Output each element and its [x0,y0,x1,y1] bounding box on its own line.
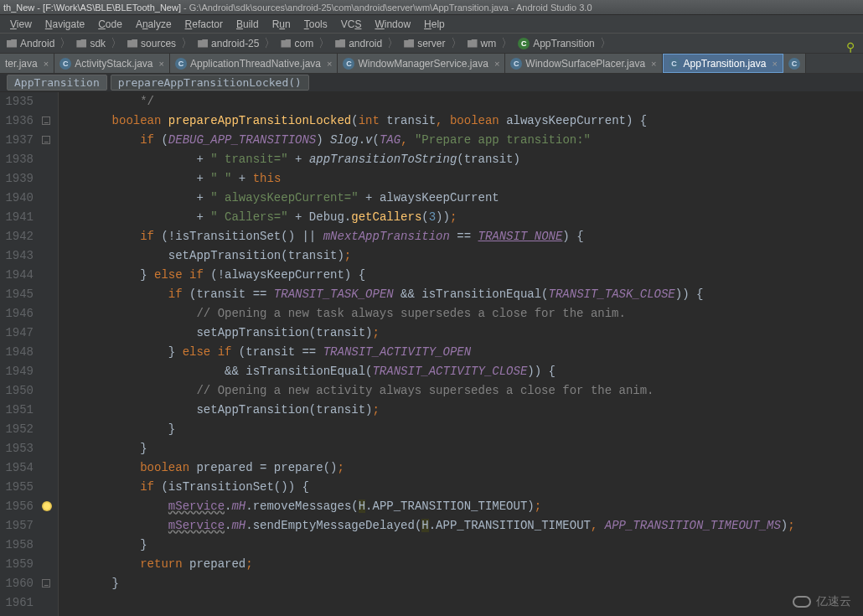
code-line[interactable]: if (!isTransitionSet() || mNextAppTransi… [84,227,863,246]
tab-label: AppTransition.java [684,58,767,70]
menu-run[interactable]: Run [266,17,297,32]
chevron-right-icon: 〉 [179,36,194,51]
tab-windowsurfaceplacer-java[interactable]: CWindowSurfacePlacer.java× [505,54,662,73]
code-line[interactable] [84,593,863,613]
breadcrumb-android-25[interactable]: android-25 [194,38,262,49]
title-path: - G:\Android\sdk\sources\android-25\com\… [181,3,592,13]
code-line[interactable]: + " alwaysKeepCurrent=" + alwaysKeepCurr… [84,189,863,208]
cloud-icon [793,596,811,608]
crumb-class[interactable]: AppTransition [7,75,107,91]
java-file-icon: C [788,58,800,70]
tab-apptransition-java[interactable]: CAppTransition.java× [663,54,783,73]
folder-icon [127,39,137,48]
code-line[interactable]: */ [84,92,863,111]
code-line[interactable]: } else if (transit == TRANSIT_ACTIVITY_O… [84,343,863,362]
code-line[interactable]: setAppTransition(transit); [84,246,863,266]
menu-build[interactable]: Build [230,17,266,32]
crumb-method[interactable]: prepareAppTransitionLocked() [111,75,309,91]
breadcrumb-apptransition[interactable]: CAppTransition [514,38,598,49]
breadcrumb-bar: Android〉sdk〉sources〉android-25〉com〉andro… [0,34,863,54]
menu-code[interactable]: Code [91,17,129,32]
fold-toggle-icon[interactable] [42,579,50,588]
folder-icon [76,39,86,48]
breadcrumb-sdk[interactable]: sdk [73,38,109,49]
breadcrumb-sources[interactable]: sources [124,38,179,49]
folder-icon [7,39,17,48]
breadcrumb-android[interactable]: android [332,38,385,49]
code-line[interactable]: setAppTransition(transit); [84,324,863,343]
code-line[interactable]: } [84,574,863,593]
close-icon[interactable]: × [327,59,332,69]
close-icon[interactable]: × [44,59,49,69]
chevron-right-icon: 〉 [499,36,514,51]
code-line[interactable]: if (isTransitionSet()) { [84,478,863,497]
java-file-icon: C [669,58,680,70]
java-file-icon: C [59,58,71,70]
code-line[interactable]: } else if (!alwaysKeepCurrent) { [84,266,863,285]
fold-toggle-icon[interactable] [42,136,50,144]
menu-window[interactable]: Window [368,17,417,32]
folder-icon [335,39,345,48]
watermark-text: 亿速云 [816,594,851,609]
code-line[interactable]: return prepared; [84,555,863,574]
chevron-right-icon: 〉 [262,36,277,51]
title-project: th_New - [F:\Work\AS\BLE\BLETooth_New] [3,3,181,13]
menu-tools[interactable]: Tools [297,17,334,32]
tab-windowmanagerservice-java[interactable]: CWindowManagerService.java× [338,54,505,73]
tab-activitystack-java[interactable]: CActivityStack.java× [54,54,170,73]
code-line[interactable]: + " " + this [84,169,863,189]
tab-label: WindowSurfacePlacer.java [525,58,645,70]
tab-label: ApplicationThreadNative.java [190,58,321,70]
code-line[interactable]: } [84,420,863,439]
code-line[interactable]: if (transit == TRANSIT_TASK_OPEN && isTr… [84,285,863,304]
chevron-right-icon: 〉 [317,36,332,51]
menu-refactor[interactable]: Refactor [178,17,230,32]
menu-analyze[interactable]: Analyze [129,17,178,32]
class-icon: C [518,38,530,49]
code-line[interactable]: && isTransitionEqual(TRANSIT_ACTIVITY_CL… [84,362,863,381]
breadcrumb-wm[interactable]: wm [464,38,500,49]
breadcrumb-server[interactable]: server [400,38,448,49]
folder-icon [404,39,414,48]
code-line[interactable]: boolean prepared = prepare(); [84,458,863,478]
code-line[interactable]: mService.mH.removeMessages(H.APP_TRANSIT… [84,497,863,516]
code-line[interactable]: } [84,439,863,458]
code-line[interactable]: // Opening a new activity always superse… [84,381,863,401]
breadcrumb-android[interactable]: Android [3,38,58,49]
close-icon[interactable]: × [772,59,777,69]
code-line[interactable]: } [84,536,863,555]
code-line[interactable]: + " transit=" + appTransitionToString(tr… [84,150,863,169]
menu-view[interactable]: View [3,17,39,32]
code-line[interactable]: if (DEBUG_APP_TRANSITIONS) Slog.v(TAG, "… [84,131,863,150]
gutter-line-numbers: 1935193619371938193919401941194219431944… [0,92,39,616]
tab-ter-java[interactable]: ter.java× [0,54,54,73]
close-icon[interactable]: × [651,59,656,69]
code-line[interactable]: + " Callers=" + Debug.getCallers(3)); [84,208,863,227]
code-line[interactable]: // Opening a new task always supersedes … [84,304,863,324]
code-line[interactable]: setAppTransition(transit); [84,401,863,420]
tab-overflow[interactable]: C [783,54,806,73]
tab-applicationthreadnative-java[interactable]: CApplicationThreadNative.java× [170,54,338,73]
editor-tabs: ter.java×CActivityStack.java×CApplicatio… [0,54,863,74]
watermark: 亿速云 [793,594,851,609]
chevron-right-icon: 〉 [598,36,613,51]
tab-label: ter.java [5,58,38,70]
menu-vcs[interactable]: VCS [334,17,369,32]
menu-help[interactable]: Help [417,17,452,32]
fold-toggle-icon[interactable] [42,116,50,125]
close-icon[interactable]: × [494,59,499,69]
chevron-right-icon: 〉 [58,36,73,51]
code-line[interactable]: boolean prepareAppTransitionLocked(int t… [84,111,863,131]
intention-bulb-icon[interactable] [42,501,52,511]
java-file-icon: C [510,58,522,70]
code-editor[interactable]: 1935193619371938193919401941194219431944… [0,92,863,616]
menu-navigate[interactable]: Navigate [39,17,91,32]
code-area[interactable]: */ boolean prepareAppTransitionLocked(in… [59,92,863,616]
close-icon[interactable]: × [159,59,164,69]
build-hammer-icon[interactable]: ⚲ [846,40,855,54]
breadcrumb-com[interactable]: com [277,38,317,49]
folder-icon [281,39,291,48]
code-breadcrumb: AppTransition prepareAppTransitionLocked… [0,74,863,92]
folder-icon [198,39,208,48]
code-line[interactable]: mService.mH.sendEmptyMessageDelayed(H.AP… [84,516,863,536]
